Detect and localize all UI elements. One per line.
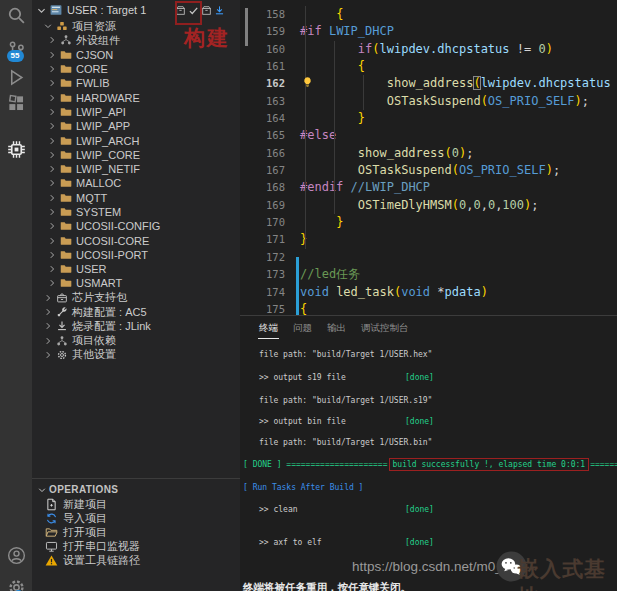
- chevron-right-icon: [43, 336, 53, 346]
- tree-item-LWIP_APP[interactable]: LWIP_APP: [32, 119, 240, 133]
- tree-item-LWIP_API[interactable]: LWIP_API: [32, 105, 240, 119]
- panel-tab-terminal[interactable]: 终端: [258, 318, 279, 339]
- terminal-line: file path: "build/Target 1/USER.hex": [243, 350, 432, 359]
- folder-icon: [60, 149, 72, 161]
- code-line-167: OSTaskSuspend(OS_PRIO_SELF);: [300, 162, 611, 179]
- flash-download-icon[interactable]: [214, 3, 225, 18]
- chevron-right-icon: [47, 150, 57, 160]
- folder-icon: [60, 163, 72, 175]
- tree-item--JLink[interactable]: 烧录配置 : JLink: [32, 319, 240, 333]
- chevron-right-icon: [47, 50, 57, 60]
- tree-item--AC5[interactable]: 构建配置 : AC5: [32, 305, 240, 319]
- line-number: 171: [240, 231, 285, 248]
- code-line-169: OSTimeDlyHMSM(0,0,0,100);: [300, 197, 611, 214]
- tree-item-LWIP_ARCH[interactable]: LWIP_ARCH: [32, 133, 240, 147]
- terminal-line: >> output s19 file[done]: [243, 373, 346, 382]
- folder-icon: [60, 192, 72, 204]
- tree-item-UCOSII-PORT[interactable]: UCOSII-PORT: [32, 248, 240, 262]
- annotation-rect-build-icon: [175, 1, 202, 25]
- run-debug-icon[interactable]: [0, 64, 32, 90]
- code-line-168: #endif //LWIP_DHCP: [300, 179, 611, 196]
- folder-icon: [60, 120, 72, 132]
- tree-item-CORE[interactable]: CORE: [32, 62, 240, 76]
- line-number: 164: [240, 110, 285, 127]
- code-line-166: show_address(0);: [300, 145, 611, 162]
- operations-header[interactable]: OPERATIONS: [32, 482, 240, 497]
- code-line-164: }: [300, 110, 611, 127]
- tree-item--[interactable]: 其他设置: [32, 348, 240, 362]
- tree-item-MQTT[interactable]: MQTT: [32, 191, 240, 205]
- extensions-icon[interactable]: [0, 90, 32, 116]
- tree-item-HARDWARE[interactable]: HARDWARE: [32, 90, 240, 104]
- code-line-174: void led_task(void *pdata): [300, 284, 611, 301]
- indent-guide: [363, 75, 364, 110]
- chevron-right-icon: [47, 236, 57, 246]
- code-line-158: {: [300, 6, 611, 23]
- tree-item-LWIP_NETIF[interactable]: LWIP_NETIF: [32, 162, 240, 176]
- account-icon[interactable]: [0, 542, 32, 568]
- line-number: 166: [240, 145, 285, 162]
- tree-item--[interactable]: 芯片支持包: [32, 291, 240, 305]
- tree-item-label: 构建配置 : AC5: [72, 305, 147, 320]
- editor-gutter: 1581591601611621631641651661671681691701…: [240, 6, 285, 315]
- project-title: USER : Target 1: [67, 4, 146, 16]
- folder-icon: [60, 63, 72, 75]
- line-number: 159: [240, 23, 285, 40]
- tree-item-label: 芯片支持包: [72, 290, 127, 305]
- operation-serial-monitor[interactable]: 打开串口监视器: [32, 539, 240, 553]
- operation-warning[interactable]: 设置工具链路径: [32, 553, 240, 567]
- project-icon: [49, 3, 63, 17]
- code-editor[interactable]: 1581591601611621631641651661671681691701…: [240, 0, 617, 315]
- tree-item-UCOSII-CONFIG[interactable]: UCOSII-CONFIG: [32, 219, 240, 233]
- chevron-right-icon: [47, 107, 57, 117]
- operation-new-project[interactable]: 新建项目: [32, 497, 240, 511]
- chevron-down-icon: [36, 5, 47, 16]
- chevron-right-icon: [43, 293, 53, 303]
- chevron-right-icon: [47, 78, 57, 88]
- tree-item-FWLIB[interactable]: FWLIB: [32, 76, 240, 90]
- lightbulb-icon[interactable]: [302, 76, 313, 89]
- tree-item-USMART[interactable]: USMART: [32, 276, 240, 290]
- tree-item-label: CJSON: [76, 49, 113, 61]
- search-icon[interactable]: [0, 2, 32, 28]
- chevron-right-icon: [47, 121, 57, 131]
- code-line-160: if(lwipdev.dhcpstatus != 0): [300, 41, 611, 58]
- code-line-163: OSTaskSuspend(OS_PRIO_SELF);: [300, 93, 611, 110]
- source-control-icon[interactable]: 55: [0, 36, 32, 62]
- tree-item-SYSTEM[interactable]: SYSTEM: [32, 205, 240, 219]
- code-line-165: #else: [300, 127, 611, 144]
- chevron-right-icon: [43, 307, 53, 317]
- operation-label: 打开串口监视器: [63, 539, 140, 554]
- panel-tab-debug-console[interactable]: 调试控制台: [360, 318, 410, 339]
- operation-import[interactable]: 导入项目: [32, 511, 240, 525]
- tree-item-UCOSII-CORE[interactable]: UCOSII-CORE: [32, 233, 240, 247]
- chevron-right-icon: [47, 250, 57, 260]
- download-icon: [56, 320, 68, 332]
- chevron-down-icon: [43, 21, 53, 31]
- line-number: 162: [240, 75, 285, 92]
- chevron-right-icon: [47, 136, 57, 146]
- operations-divider: [32, 478, 240, 479]
- settings-gear-icon[interactable]: [0, 574, 32, 591]
- line-number: 174: [240, 284, 285, 301]
- new-project-icon: [45, 498, 58, 511]
- modified-lines-indicator: [296, 257, 299, 315]
- blocks-icon: [56, 20, 68, 32]
- tree-item-USER[interactable]: USER: [32, 262, 240, 276]
- line-number: 169: [240, 197, 285, 214]
- tree-item-MALLOC[interactable]: MALLOC: [32, 176, 240, 190]
- chip-icon[interactable]: [0, 136, 32, 162]
- rebuild-icon[interactable]: [201, 3, 212, 18]
- tree-item--[interactable]: 项目依赖: [32, 334, 240, 348]
- panel-tab-problems[interactable]: 问题: [292, 318, 313, 339]
- operation-open-folder[interactable]: 打开项目: [32, 525, 240, 539]
- package-icon: [56, 292, 68, 304]
- tree-item-label: UCOSII-CORE: [76, 235, 149, 247]
- scm-badge: 55: [7, 50, 24, 62]
- folder-icon: [60, 106, 72, 118]
- panel-tab-output[interactable]: 输出: [326, 318, 347, 339]
- line-number: 158: [240, 6, 285, 23]
- editor-code: {#if LWIP_DHCP if(lwipdev.dhcpstatus != …: [300, 6, 611, 315]
- folder-icon: [60, 77, 72, 89]
- tree-item-LWIP_CORE[interactable]: LWIP_CORE: [32, 148, 240, 162]
